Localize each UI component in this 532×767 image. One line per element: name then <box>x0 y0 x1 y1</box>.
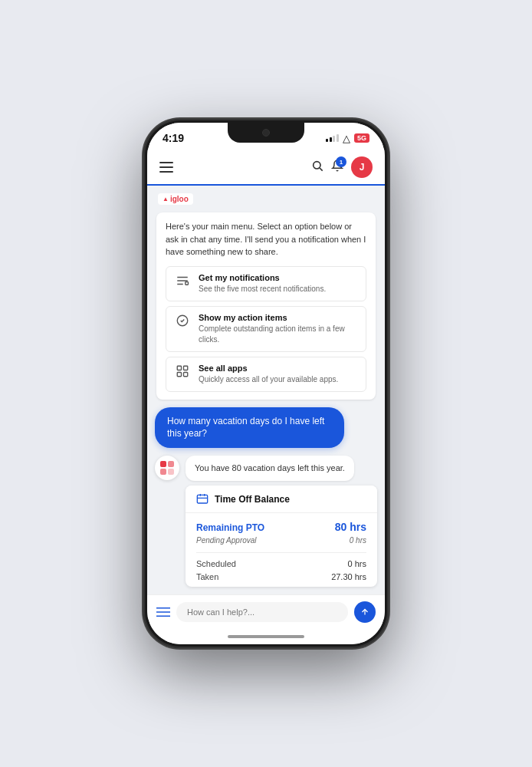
home-bar <box>228 635 304 638</box>
bottom-bar <box>147 594 385 629</box>
phone-screen: 4:19 △ 5G <box>147 123 385 644</box>
user-avatar[interactable]: J <box>351 156 373 178</box>
menu-item-action-desc: Complete outstanding action items in a f… <box>199 324 358 345</box>
taken-value: 27.30 hrs <box>331 572 366 581</box>
home-indicator <box>147 629 385 644</box>
remaining-pto-label: Remaining PTO <box>196 522 264 533</box>
taken-label: Taken <box>196 572 218 581</box>
notification-button[interactable]: 1 <box>331 160 343 175</box>
time-off-card: Time Off Balance Remaining PTO 80 hrs Pe… <box>186 486 377 587</box>
menu-item-apps-desc: Quickly access all of your available app… <box>199 374 358 385</box>
pending-label: Pending Approval <box>196 536 257 545</box>
time-off-icon <box>196 493 209 506</box>
menu-item-apps[interactable]: See all apps Quickly access all of your … <box>166 357 366 392</box>
app-header: 1 J <box>147 150 385 186</box>
total-accrued-label: Total Accrued <box>196 585 247 587</box>
send-button[interactable] <box>354 601 376 623</box>
pending-value: 0 hrs <box>350 536 366 545</box>
remaining-pto-value: 80 hrs <box>335 521 366 533</box>
bot-response-text: You have 80 vacation days left this year… <box>186 456 354 481</box>
user-message-bubble: How many vacation days do I have left th… <box>155 407 344 449</box>
time-off-body: Remaining PTO 80 hrs Pending Approval 0 … <box>186 513 377 587</box>
svg-rect-4 <box>177 366 181 370</box>
bot-avatar <box>155 456 179 480</box>
menu-item-action-items[interactable]: Show my action items Complete outstandin… <box>166 306 366 352</box>
menu-item-apps-title: See all apps <box>199 364 358 373</box>
header-actions: 1 J <box>311 156 373 178</box>
svg-point-0 <box>314 162 320 169</box>
svg-rect-7 <box>184 372 188 376</box>
bot-response-row: You have 80 vacation days left this year… <box>155 456 377 481</box>
notch <box>228 123 304 143</box>
svg-rect-11 <box>168 469 174 475</box>
svg-rect-9 <box>168 461 174 467</box>
user-message-container: How many vacation days do I have left th… <box>155 407 377 449</box>
svg-rect-6 <box>177 372 181 376</box>
scheduled-label: Scheduled <box>196 559 236 568</box>
bottom-menu-icon[interactable] <box>156 607 170 617</box>
battery-badge: 5G <box>354 133 369 143</box>
time-off-header: Time Off Balance <box>186 486 377 513</box>
igloo-branding: ▲ igloo <box>158 193 193 205</box>
notification-badge: 1 <box>336 156 346 167</box>
svg-rect-10 <box>160 469 166 475</box>
svg-rect-12 <box>197 495 207 503</box>
scheduled-row: Scheduled 0 hrs <box>196 559 366 568</box>
menu-item-notifications-title: Get my notifications <box>199 273 358 282</box>
svg-rect-5 <box>184 366 188 370</box>
total-accrued-value: 107.30 hrs <box>327 585 366 587</box>
menu-item-apps-text: See all apps Quickly access all of your … <box>199 364 358 385</box>
scheduled-value: 0 hrs <box>348 559 366 568</box>
bot-welcome-card: Here's your main menu. Select an option … <box>156 212 376 400</box>
bot-logo: ▲ igloo <box>155 193 377 205</box>
action-items-icon <box>174 313 191 328</box>
total-accrued-row: Total Accrued 107.30 hrs <box>196 585 366 587</box>
hamburger-menu-button[interactable] <box>159 162 173 173</box>
menu-item-notifications-text: Get my notifications See the five most r… <box>199 273 358 295</box>
search-button[interactable] <box>311 160 323 175</box>
chat-input[interactable] <box>176 602 348 622</box>
wifi-icon: △ <box>343 133 350 144</box>
notifications-icon <box>174 273 191 288</box>
chat-area: ▲ igloo Here's your main menu. Select an… <box>147 186 385 594</box>
svg-rect-8 <box>160 461 166 467</box>
divider <box>196 552 366 553</box>
igloo-text: igloo <box>170 195 189 203</box>
svg-rect-2 <box>186 281 189 285</box>
status-time: 4:19 <box>163 132 184 144</box>
menu-item-notifications[interactable]: Get my notifications See the five most r… <box>166 266 366 301</box>
remaining-pto-row: Remaining PTO 80 hrs <box>196 521 366 533</box>
signal-icon <box>326 134 339 142</box>
time-off-title: Time Off Balance <box>215 494 290 505</box>
menu-item-notifications-desc: See the five most recent notifications. <box>199 284 358 295</box>
status-icons: △ 5G <box>326 133 369 144</box>
menu-item-action-text: Show my action items Complete outstandin… <box>199 313 358 345</box>
front-camera <box>262 129 270 137</box>
bot-intro-text: Here's your main menu. Select an option … <box>166 220 366 258</box>
svg-line-1 <box>320 168 323 171</box>
apps-icon <box>174 364 191 378</box>
pending-row: Pending Approval 0 hrs <box>196 536 366 545</box>
phone-frame: 4:19 △ 5G <box>143 119 389 648</box>
taken-row: Taken 27.30 hrs <box>196 572 366 581</box>
menu-item-action-title: Show my action items <box>199 313 358 322</box>
phone-wrapper: 4:19 △ 5G <box>136 107 396 660</box>
